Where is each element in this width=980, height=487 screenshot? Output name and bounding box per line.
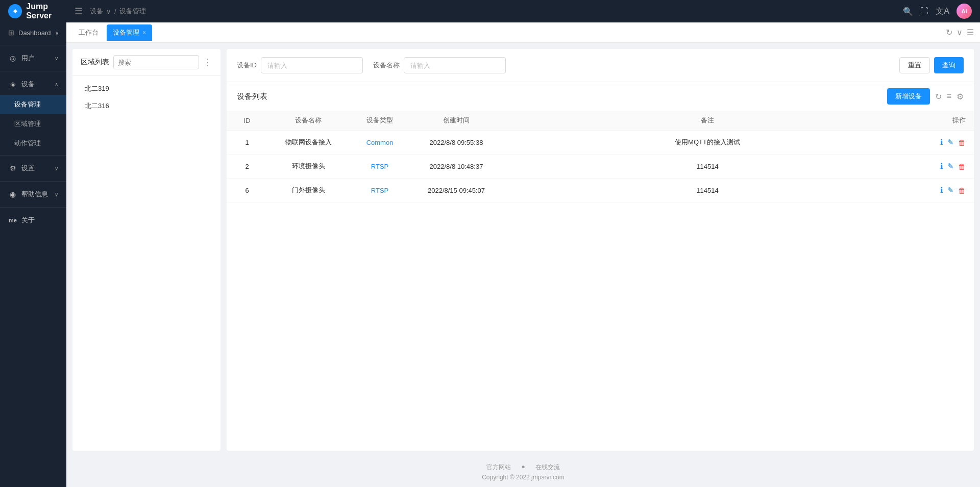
- col-header-id: ID: [227, 111, 267, 131]
- users-icon: ◎: [8, 54, 17, 62]
- settings-list-icon[interactable]: ⚙: [957, 92, 964, 101]
- footer-copyright: Copyright © 2022 jmpsrvr.com: [72, 474, 974, 481]
- sidebar: ⊞ Dashboard ∨ ◎ 用户 ∨ ◈ 设备 ∧ 设备管理 区域管理 动作…: [0, 22, 66, 487]
- sidebar-item-device-mgmt[interactable]: 设备管理: [0, 95, 66, 114]
- footer-links: 官方网站 ● 在线交流: [72, 463, 974, 472]
- divider2: [0, 71, 66, 71]
- divider: [0, 45, 66, 45]
- tab-chevron-icon[interactable]: ∨: [957, 28, 963, 37]
- logo-icon: [8, 4, 22, 18]
- avatar[interactable]: Ai: [957, 4, 972, 19]
- cell-name: 物联网设备接入: [267, 131, 349, 155]
- col-header-remark: 备注: [502, 111, 913, 131]
- sidebar-label-dashboard: Dashboard: [18, 29, 51, 37]
- area-panel-title: 区域列表: [81, 58, 109, 67]
- footer-official-link[interactable]: 官方网站: [486, 463, 511, 472]
- list-item[interactable]: 北二316: [72, 97, 220, 115]
- sidebar-item-settings[interactable]: ⚙ 设置 ∨: [0, 158, 66, 179]
- device-list-title: 设备列表: [237, 92, 267, 101]
- list-item[interactable]: 北二319: [72, 80, 220, 97]
- chevron-down-icon: ∨: [55, 30, 59, 36]
- hamburger-icon[interactable]: ☰: [75, 6, 83, 17]
- cell-id: 1: [227, 131, 267, 155]
- chevron-down-icon4: ∨: [55, 192, 58, 197]
- chevron-down-icon2: ∨: [55, 56, 58, 61]
- info-icon[interactable]: ℹ: [940, 186, 943, 195]
- cell-remark: 使用MQTT的接入测试: [502, 131, 913, 155]
- col-header-name: 设备名称: [267, 111, 349, 131]
- delete-icon[interactable]: 🗑: [958, 186, 966, 195]
- cell-time: 2022/8/8 10:48:37: [410, 155, 502, 178]
- sidebar-item-area-mgmt[interactable]: 区域管理: [0, 114, 66, 134]
- sidebar-item-action-mgmt[interactable]: 动作管理: [0, 134, 66, 153]
- divider4: [0, 181, 66, 182]
- edit-icon[interactable]: ✎: [947, 138, 954, 147]
- footer-exchange-link[interactable]: 在线交流: [535, 463, 560, 472]
- device-name-label: 设备名称: [373, 61, 400, 70]
- tab-device-mgmt-label: 设备管理: [113, 28, 139, 37]
- chevron-down-icon3: ∨: [55, 166, 58, 171]
- info-icon[interactable]: ℹ: [940, 162, 943, 171]
- area-panel: 区域列表 ⋮ 北二319 北二316: [72, 49, 220, 451]
- col-header-type: 设备类型: [349, 111, 410, 131]
- reset-button[interactable]: 重置: [899, 57, 930, 73]
- col-header-op: 操作: [913, 111, 974, 131]
- sidebar-label-devices: 设备: [21, 80, 35, 89]
- device-list-header: 设备列表 新增设备 ↻ ≡ ⚙: [227, 82, 974, 111]
- language-icon[interactable]: 文A: [936, 6, 949, 17]
- devices-icon: ◈: [8, 80, 17, 88]
- nav-separator: ∨: [106, 8, 111, 15]
- edit-icon[interactable]: ✎: [947, 162, 954, 171]
- sidebar-item-devices[interactable]: ◈ 设备 ∧: [0, 73, 66, 95]
- content-area: 工作台 设备管理 × ↻ ∨ ☰ 区域列表 ⋮: [66, 22, 980, 487]
- sidebar-item-about[interactable]: me 关于: [0, 210, 66, 231]
- help-icon: ◉: [8, 190, 17, 198]
- cell-type: RTSP: [349, 178, 410, 202]
- cell-time: 2022/8/15 09:45:07: [410, 178, 502, 202]
- cell-id: 2: [227, 155, 267, 178]
- sidebar-sub-label-area-mgmt: 区域管理: [14, 120, 41, 127]
- tab-device-mgmt[interactable]: 设备管理 ×: [107, 24, 152, 41]
- cell-remark: 114514: [502, 155, 913, 178]
- settings-icon: ⚙: [8, 164, 17, 172]
- info-icon[interactable]: ℹ: [940, 138, 943, 147]
- cell-time: 2022/8/8 09:55:38: [410, 131, 502, 155]
- sidebar-label-help: 帮助信息: [21, 190, 48, 199]
- nav-device-mgmt: 设备管理: [119, 7, 146, 16]
- area-panel-header: 区域列表 ⋮: [72, 49, 220, 76]
- fullscreen-icon[interactable]: ⛶: [920, 7, 928, 16]
- sidebar-sub-label-action-mgmt: 动作管理: [14, 139, 41, 147]
- tab-close-icon[interactable]: ×: [142, 29, 146, 36]
- device-name-input[interactable]: [404, 57, 506, 73]
- cell-type: RTSP: [349, 155, 410, 178]
- delete-icon[interactable]: 🗑: [958, 162, 966, 171]
- device-id-input[interactable]: [261, 57, 363, 73]
- tab-refresh-icon[interactable]: ↻: [946, 28, 952, 37]
- area-search-input[interactable]: [118, 59, 194, 66]
- area-more-icon[interactable]: ⋮: [203, 57, 212, 68]
- app-logo: Jump Server: [8, 2, 75, 20]
- chevron-up-icon: ∧: [55, 82, 58, 87]
- tabs-bar: 工作台 设备管理 × ↻ ∨ ☰: [66, 22, 980, 43]
- sidebar-item-dashboard[interactable]: ⊞ Dashboard ∨: [0, 22, 66, 43]
- breadcrumb: ☰ 设备 ∨ / 设备管理: [75, 6, 903, 17]
- tab-workbench[interactable]: 工作台: [72, 24, 105, 41]
- device-search-bar: 设备ID 设备名称 重置 查询: [227, 49, 974, 82]
- sidebar-item-help[interactable]: ◉ 帮助信息 ∨: [0, 184, 66, 205]
- sidebar-sub-label-device-mgmt: 设备管理: [14, 100, 41, 108]
- footer-github-icon[interactable]: ●: [521, 463, 525, 472]
- refresh-list-icon[interactable]: ↻: [935, 92, 942, 101]
- tab-workbench-label: 工作台: [79, 28, 99, 37]
- col-header-time: 创建时间: [410, 111, 502, 131]
- search-icon[interactable]: 🔍: [903, 7, 913, 16]
- device-name-field: 设备名称: [373, 57, 506, 73]
- sidebar-label-users: 用户: [21, 54, 35, 63]
- edit-icon[interactable]: ✎: [947, 186, 954, 195]
- cell-name: 门外摄像头: [267, 178, 349, 202]
- add-device-button[interactable]: 新增设备: [887, 88, 930, 105]
- columns-icon[interactable]: ≡: [947, 92, 951, 101]
- query-button[interactable]: 查询: [934, 57, 964, 73]
- sidebar-item-users[interactable]: ◎ 用户 ∨: [0, 47, 66, 69]
- delete-icon[interactable]: 🗑: [958, 138, 966, 147]
- tab-menu-icon[interactable]: ☰: [967, 28, 974, 37]
